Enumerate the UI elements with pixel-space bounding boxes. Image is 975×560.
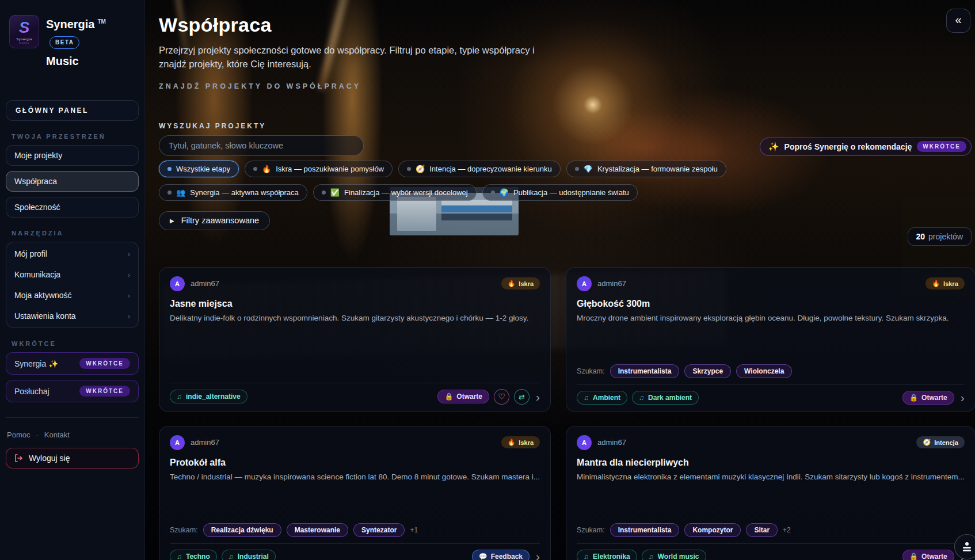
genre-tag: ♫Elektronika — [577, 550, 637, 560]
author-name: admin67 — [191, 279, 219, 288]
stage-filter-publikacja[interactable]: 🌍 Publikacja — udostępnianie światu — [482, 184, 638, 201]
avatar: A — [577, 435, 592, 450]
project-card-glebokosc-300m[interactable]: A admin67 🔥 Iskra Głębokość 300m Mroczny… — [566, 267, 975, 412]
help-link[interactable]: Pomoc — [7, 431, 30, 439]
stage-filter-intencja[interactable]: 🧭 Intencja — doprecyzowanie kierunku — [398, 161, 561, 177]
chevron-right-icon[interactable]: › — [536, 550, 540, 560]
music-note-icon: ♫ — [639, 394, 644, 402]
chevron-right-icon[interactable]: › — [536, 391, 540, 403]
contact-link[interactable]: Kontakt — [44, 431, 70, 439]
sidebar-item-account-settings[interactable]: Ustawienia konta › — [6, 306, 138, 326]
stage-filter-all[interactable]: Wszystkie etapy — [159, 161, 239, 177]
lock-icon: 🔒 — [909, 394, 918, 402]
sidebar-item-my-profile[interactable]: Mój profil › — [6, 243, 138, 264]
avatar: A — [170, 435, 185, 450]
sidebar-section-your-space: TWOJA PRZESTRZEŃ — [12, 133, 144, 140]
seeking-role: Kompozytor — [684, 523, 741, 537]
reco-label: Poproś Synergię o rekomendację — [784, 142, 912, 151]
advanced-filters-button[interactable]: ▶ Filtry zaawansowane — [159, 211, 270, 230]
soon-badge: WKRÓTCE — [79, 386, 130, 397]
project-card-jasne-miejsca[interactable]: A admin67 🔥 Iskra Jasne miejsca Delikatn… — [159, 267, 551, 412]
app-name-line1: Synergia — [46, 18, 94, 31]
results-count-badge: 20 projektów — [908, 227, 972, 246]
chip-label: Synergia — aktywna współpraca — [190, 188, 299, 197]
page-subtitle: Przejrzyj projekty społeczności gotowe d… — [159, 44, 539, 71]
project-title: Jasne miejsca — [170, 299, 540, 309]
sidebar-item-my-projects[interactable]: Moje projekty — [6, 145, 139, 166]
lock-icon: 🔒 — [444, 393, 453, 401]
gem-icon: 💎 — [584, 165, 593, 173]
stage-filter-finalizacja[interactable]: ✅ Finalizacja — wybór wersji docelowej — [313, 184, 477, 201]
genre-tag: ♫Techno — [170, 550, 217, 560]
project-description: Mroczny drone ambient inspirowany eksplo… — [577, 313, 965, 324]
author-name: admin67 — [597, 279, 626, 288]
sidebar-item-community[interactable]: Społeczność — [6, 197, 139, 218]
sidebar-item-my-activity[interactable]: Moja aktywność › — [6, 285, 138, 306]
sidebar-item-listen[interactable]: Posłuchaj WKRÓTCE — [6, 380, 139, 402]
tool-label: Komunikacja — [14, 270, 60, 279]
play-icon: ▶ — [170, 218, 174, 224]
avatar: A — [170, 276, 185, 291]
repost-button[interactable]: ⇄ — [514, 389, 530, 405]
music-note-icon: ♫ — [584, 553, 589, 560]
chat-icon: 💬 — [479, 553, 487, 560]
seeking-role: Instrumentalista — [610, 523, 680, 537]
advanced-filters-label: Filtry zaawansowane — [181, 216, 259, 225]
project-description: Techno / industrial — muzyka inspirowana… — [170, 472, 540, 483]
ask-synergia-recommendation-button[interactable]: ✨ Poproś Synergię o rekomendację WKRÓTCE — [760, 138, 972, 156]
collapse-sidebar-button[interactable]: « — [946, 9, 970, 33]
chevron-right-icon: › — [128, 250, 130, 258]
chip-label: Intencja — doprecyzowanie kierunku — [429, 165, 551, 173]
soon-badge: WKRÓTCE — [917, 141, 966, 152]
accessibility-widget-button[interactable] — [954, 534, 975, 559]
sidebar-item-collaboration[interactable]: Współpraca — [6, 171, 139, 192]
music-note-icon: ♫ — [228, 553, 234, 560]
logout-button[interactable]: Wyloguj się — [6, 448, 139, 468]
radio-dot-icon — [167, 167, 172, 171]
repeat-icon: ⇄ — [519, 393, 525, 401]
music-note-icon: ♫ — [649, 553, 654, 560]
stage-filter-chips: Wszystkie etapy 🔥 Iskra — poszukiwanie p… — [159, 161, 806, 201]
sidebar-item-communication[interactable]: Komunikacja › — [6, 264, 138, 285]
stage-filter-iskra[interactable]: 🔥 Iskra — poszukiwanie pomysłów — [245, 161, 393, 177]
stage-badge: 🔥 Iskra — [501, 436, 540, 448]
favorite-button[interactable]: ♡ — [494, 389, 509, 405]
search-label: WYSZUKAJ PROJEKTY — [159, 122, 364, 130]
stage-filter-synergia[interactable]: 👥 Synergia — aktywna współpraca — [159, 184, 307, 201]
project-card-mantra[interactable]: A admin67 🧭 Intencja Mantra dla niecierp… — [566, 426, 975, 560]
compass-icon: 🧭 — [923, 439, 931, 446]
trademark: TM — [97, 18, 105, 25]
sparkles-icon: ✨ — [768, 142, 779, 152]
genre-tag: ♫Ambient — [577, 391, 627, 405]
sidebar-tools-group: Mój profil › Komunikacja › Moja aktywnoś… — [6, 242, 139, 328]
radio-dot-icon — [575, 167, 579, 171]
collapse-icon: « — [955, 13, 961, 26]
genre-tag: ♫Industrial — [222, 550, 276, 560]
sidebar-nav-soon: Synergia ✨ WKRÓTCE Posłuchaj WKRÓTCE — [0, 352, 144, 402]
chevron-right-icon[interactable]: › — [961, 391, 965, 403]
app-logo: S Synergia music — [9, 15, 39, 48]
results-count: 20 — [916, 232, 926, 241]
sidebar-footer-links: Pomoc·Kontakt — [7, 431, 144, 439]
compass-icon: 🧭 — [416, 165, 425, 173]
finder-section-label: ZNAJDŹ PROJEKTY DO WSPÓŁPRACY — [159, 82, 972, 90]
sidebar-item-dashboard[interactable]: GŁÓWNY PANEL — [6, 100, 139, 121]
logout-label: Wyloguj się — [29, 454, 70, 463]
search-input[interactable] — [159, 135, 364, 156]
sidebar-item-synergia-ai[interactable]: Synergia ✨ WKRÓTCE — [6, 352, 139, 375]
stage-filter-krystalizacja[interactable]: 💎 Krystalizacja — formowanie zespołu — [566, 161, 726, 177]
fire-icon: 🔥 — [508, 439, 516, 446]
accessibility-icon — [962, 542, 972, 551]
chip-label: Krystalizacja — formowanie zespołu — [597, 165, 718, 173]
project-card-protokol-alfa[interactable]: A admin67 🔥 Iskra Protokół alfa Techno /… — [159, 426, 551, 560]
sidebar-section-tools: NARZĘDZIA — [12, 230, 144, 237]
seeking-role: Syntezator — [353, 523, 405, 537]
seeking-role: Instrumentalista — [610, 364, 680, 378]
stage-badge: 🧭 Intencja — [916, 436, 964, 448]
search-block: WYSZUKAJ PROJEKTY — [159, 122, 364, 156]
tool-label: Mój profil — [14, 249, 47, 258]
status-badge-feedback: 💬 Feedback — [472, 550, 530, 560]
seeking-role: Realizacja dźwięku — [203, 523, 281, 537]
genre-tag: ♫indie_alternative — [170, 390, 247, 403]
heart-icon: ♡ — [498, 392, 505, 401]
